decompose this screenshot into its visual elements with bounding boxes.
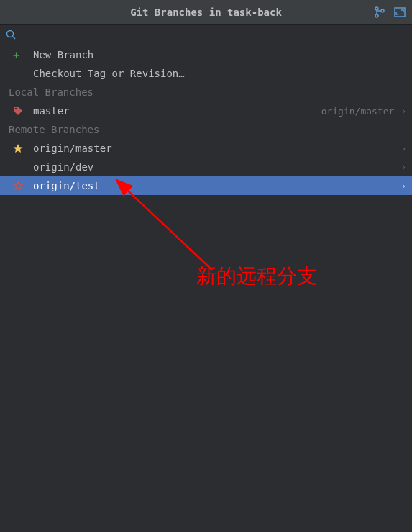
svg-point-1 [375, 14, 378, 17]
svg-line-5 [13, 36, 16, 39]
annotation-text: 新的远程分支 [196, 263, 317, 290]
remote-branch-origin-dev[interactable]: origin/dev › [0, 158, 412, 176]
local-branches-header: Local Branches [0, 83, 412, 102]
branch-list: + New Branch Checkout Tag or Revision… L… [0, 45, 412, 195]
expand-icon[interactable] [393, 6, 406, 19]
tracking-branch: origin/master [321, 106, 395, 117]
chevron-right-icon: › [401, 144, 406, 153]
search-icon [6, 30, 17, 41]
svg-point-6 [15, 108, 17, 109]
star-filled-icon [13, 143, 27, 153]
new-branch-label: New Branch [33, 49, 406, 60]
star-outline-icon [13, 181, 27, 191]
chevron-right-icon: › [401, 107, 406, 116]
remote-branches-header: Remote Branches [0, 120, 412, 139]
chevron-right-icon: › [401, 163, 406, 172]
tag-icon [13, 106, 27, 116]
titlebar: Git Branches in task-back [0, 0, 412, 25]
new-branch-action[interactable]: + New Branch [0, 45, 412, 64]
remote-branch-origin-test[interactable]: origin/test › [0, 176, 412, 195]
svg-point-4 [7, 30, 14, 37]
search-input[interactable] [22, 30, 406, 41]
remote-branch-origin-master[interactable]: origin/master › [0, 139, 412, 158]
branch-name: master [33, 105, 321, 117]
chevron-right-icon: › [401, 181, 406, 191]
branch-name: origin/dev [33, 161, 398, 173]
svg-point-0 [375, 7, 378, 10]
svg-point-2 [381, 9, 384, 12]
plus-icon: + [13, 48, 27, 62]
local-branch-master[interactable]: master origin/master › [0, 102, 412, 120]
checkout-tag-action[interactable]: Checkout Tag or Revision… [0, 64, 412, 83]
titlebar-actions [373, 6, 406, 19]
remote-branches-label: Remote Branches [9, 124, 99, 135]
branch-name: origin/master [33, 143, 398, 154]
branch-name: origin/test [33, 180, 398, 191]
checkout-tag-label: Checkout Tag or Revision… [33, 68, 406, 79]
titlebar-title: Git Branches in task-back [130, 6, 282, 18]
branch-graph-icon[interactable] [373, 6, 386, 19]
searchbar[interactable] [0, 25, 412, 45]
local-branches-label: Local Branches [9, 86, 93, 98]
